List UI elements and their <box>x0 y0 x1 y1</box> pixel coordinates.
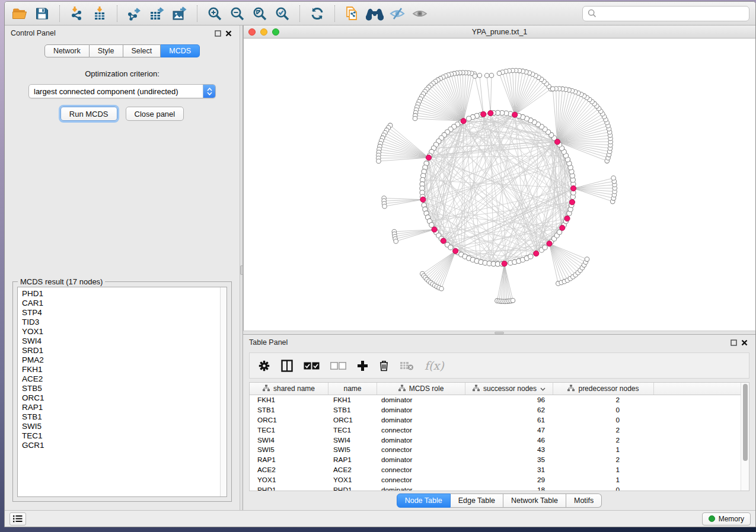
mcds-hub-node[interactable] <box>441 238 446 243</box>
float-panel-button[interactable] <box>212 28 223 39</box>
import-table-button[interactable] <box>90 5 110 23</box>
export-network-button[interactable] <box>125 5 145 23</box>
criterion-select[interactable]: largest connected component (undirected) <box>28 84 216 98</box>
mcds-result-item[interactable]: GCR1 <box>22 441 220 450</box>
table-scrollbar[interactable] <box>741 383 749 491</box>
table-row[interactable]: RAP1RAP1dominator352 <box>250 455 741 465</box>
mcds-result-item[interactable]: SRD1 <box>22 346 220 355</box>
search-input[interactable] <box>600 9 744 18</box>
network-node[interactable] <box>413 116 417 121</box>
network-node[interactable] <box>497 71 502 76</box>
network-node[interactable] <box>511 298 515 303</box>
column-header-shared-name[interactable]: shared name <box>250 383 328 395</box>
column-header-successor-nodes[interactable]: successor nodes <box>465 383 553 395</box>
mcds-result-item[interactable]: CAR1 <box>22 299 220 308</box>
mcds-result-item[interactable]: TEC1 <box>22 431 220 441</box>
tab-motifs[interactable]: Motifs <box>566 493 602 508</box>
hide-selected-button[interactable] <box>387 5 407 23</box>
network-node[interactable] <box>448 245 453 250</box>
tab-select[interactable]: Select <box>123 44 161 57</box>
table-row[interactable]: SWI5SWI5connector431 <box>250 445 741 455</box>
mcds-result-item[interactable]: STB1 <box>22 412 220 422</box>
mcds-hub-node[interactable] <box>432 227 437 232</box>
add-column-button[interactable] <box>357 360 368 371</box>
mcds-hub-node[interactable] <box>512 112 518 117</box>
table-row[interactable]: STB1STB1dominator620 <box>250 405 741 415</box>
mcds-hub-node[interactable] <box>502 261 507 266</box>
mcds-hub-node[interactable] <box>569 200 575 205</box>
zoom-out-button[interactable] <box>227 5 247 23</box>
mcds-hub-node[interactable] <box>547 241 552 246</box>
tab-network-table[interactable]: Network Table <box>503 493 566 508</box>
show-all-button[interactable] <box>410 5 430 23</box>
table-row[interactable]: ACE2ACE2connector311 <box>250 465 741 475</box>
network-node[interactable] <box>394 239 398 243</box>
vertical-splitter[interactable] <box>240 25 243 510</box>
column-header-predecessor-nodes[interactable]: predecessor nodes <box>553 383 654 395</box>
mcds-hub-node[interactable] <box>554 139 560 145</box>
column-settings-button[interactable] <box>258 360 270 372</box>
export-table-button[interactable] <box>147 5 167 23</box>
clone-network-button[interactable] <box>342 5 362 23</box>
network-node[interactable] <box>484 73 489 78</box>
mcds-hub-node[interactable] <box>426 155 431 161</box>
table-row[interactable]: YOX1YOX1connector291 <box>250 475 741 485</box>
memory-button[interactable]: Memory <box>702 512 751 525</box>
mcds-hub-node[interactable] <box>560 225 565 230</box>
network-node[interactable] <box>550 86 555 91</box>
tab-style[interactable]: Style <box>90 44 123 57</box>
status-menu-button[interactable] <box>9 512 26 525</box>
column-header-MCDS-role[interactable]: MCDS role <box>377 383 465 395</box>
table-row[interactable]: SWI4SWI4dominator462 <box>250 435 741 445</box>
mcds-hub-node[interactable] <box>453 248 458 254</box>
close-mcds-panel-button[interactable]: Close panel <box>126 107 184 121</box>
select-all-rows-button[interactable] <box>304 362 320 370</box>
apply-layout-button[interactable] <box>307 5 327 23</box>
network-node[interactable] <box>467 116 471 121</box>
network-node[interactable] <box>489 73 494 78</box>
network-node[interactable] <box>473 74 477 79</box>
network-node[interactable] <box>477 73 482 78</box>
mcds-hub-node[interactable] <box>488 110 493 116</box>
tab-network[interactable]: Network <box>44 44 90 57</box>
close-panel-button[interactable] <box>223 28 234 39</box>
deselect-all-rows-button[interactable] <box>330 362 346 370</box>
delete-table-button[interactable] <box>400 361 414 370</box>
mcds-hub-node[interactable] <box>461 118 466 124</box>
scrollbar-thumb[interactable] <box>743 384 748 461</box>
split-view-button[interactable] <box>281 360 293 372</box>
horizontal-splitter[interactable] <box>243 331 755 335</box>
import-network-button[interactable] <box>67 5 87 23</box>
first-neighbors-button[interactable] <box>365 5 385 23</box>
network-node[interactable] <box>611 176 616 181</box>
zoom-in-button[interactable] <box>205 5 225 23</box>
network-node[interactable] <box>377 159 381 164</box>
network-node[interactable] <box>543 245 547 250</box>
close-panel-button[interactable] <box>739 337 749 348</box>
mcds-result-item[interactable]: YOX1 <box>22 327 220 336</box>
mcds-result-item[interactable]: SWI4 <box>22 336 220 346</box>
zoom-selected-button[interactable] <box>272 5 292 23</box>
delete-column-button[interactable] <box>379 360 389 371</box>
mcds-hub-node[interactable] <box>534 251 539 256</box>
table-row[interactable]: FKH1FKH1dominator962 <box>250 395 741 405</box>
float-panel-button[interactable] <box>728 337 739 348</box>
mcds-hub-node[interactable] <box>420 197 426 202</box>
mcds-hub-node[interactable] <box>481 111 486 117</box>
mcds-result-item[interactable]: ACE2 <box>22 374 220 384</box>
mcds-result-item[interactable]: PHD1 <box>22 289 220 299</box>
network-node[interactable] <box>439 286 444 291</box>
network-canvas[interactable] <box>244 39 755 331</box>
mcds-result-item[interactable]: PMA2 <box>22 355 220 365</box>
zoom-fit-button[interactable] <box>250 5 270 23</box>
mcds-result-item[interactable]: SWI5 <box>22 422 220 431</box>
function-builder-button[interactable]: f(x) <box>425 359 444 372</box>
open-file-button[interactable] <box>9 5 30 23</box>
table-row[interactable]: TEC1TEC1connector472 <box>250 425 741 435</box>
network-node[interactable] <box>585 257 589 262</box>
network-node[interactable] <box>382 204 387 209</box>
mcds-result-item[interactable]: TID3 <box>22 318 220 327</box>
column-header-name[interactable]: name <box>328 383 377 395</box>
table-row[interactable]: ORC1ORC1dominator610 <box>250 415 741 425</box>
mcds-hub-node[interactable] <box>570 185 576 191</box>
